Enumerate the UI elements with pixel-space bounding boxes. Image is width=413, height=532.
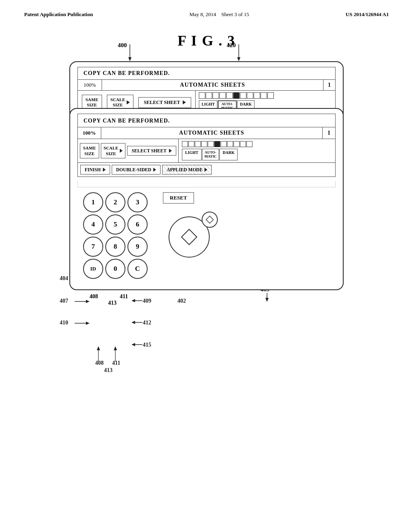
d9 bbox=[234, 141, 240, 147]
density-dots bbox=[199, 92, 274, 99]
keypad-and-start: 1 2 3 4 5 6 7 8 9 ID 0 C RESET bbox=[77, 192, 336, 280]
header-left: Patent Application Publication bbox=[24, 11, 93, 18]
panel-main: COPY CAN BE PERFORMED. 100% AUTOMATIC SH… bbox=[69, 108, 344, 290]
label-400: 400 bbox=[118, 42, 127, 49]
display-section-main: COPY CAN BE PERFORMED. 100% AUTOMATIC SH… bbox=[77, 114, 336, 177]
density-box-3 bbox=[213, 92, 219, 99]
same-size-btn[interactable]: SAMESIZE bbox=[80, 143, 99, 159]
start-small-btn[interactable] bbox=[202, 212, 218, 228]
display-message-row: COPY CAN BE PERFORMED. bbox=[78, 67, 335, 80]
display-message: COPY CAN BE PERFORMED. bbox=[78, 67, 335, 79]
key-btn-id[interactable]: ID bbox=[83, 259, 103, 279]
d6-active bbox=[214, 141, 220, 147]
key-btn-2[interactable]: 2 bbox=[105, 192, 125, 212]
select-arrow bbox=[169, 149, 172, 153]
svg-marker-32 bbox=[131, 343, 135, 346]
scale-arrow-icon bbox=[127, 100, 130, 104]
density-box-6 bbox=[233, 92, 240, 99]
label-411-text: 411 bbox=[112, 360, 120, 366]
svg-marker-30 bbox=[131, 321, 135, 324]
density-box-5 bbox=[226, 92, 233, 99]
label-420: 420 bbox=[227, 42, 236, 49]
label-407-text: 407 bbox=[60, 298, 68, 304]
svg-marker-1 bbox=[128, 57, 131, 61]
controls-row: SAMESIZE SCALESIZE SELECT SHEET bbox=[78, 139, 335, 163]
density-box-10 bbox=[261, 92, 267, 99]
display-percent: 100% bbox=[78, 80, 102, 90]
bottom-label-408: 408 bbox=[90, 293, 98, 300]
d4 bbox=[201, 141, 207, 147]
reset-btn[interactable]: RESET bbox=[163, 192, 194, 204]
double-sided-arrow-icon bbox=[153, 168, 156, 172]
key-btn-4[interactable]: 4 bbox=[83, 214, 103, 235]
message-row: COPY CAN BE PERFORMED. bbox=[78, 114, 335, 127]
label-408-text: 408 bbox=[95, 360, 104, 366]
scale-size-btn[interactable]: SCALESIZE bbox=[101, 143, 126, 159]
d3 bbox=[195, 141, 201, 147]
bottom-row: FINISH DOUBLE-SIDED APPLIED MODE bbox=[78, 163, 335, 177]
page-header: Patent Application Publication May 8, 20… bbox=[0, 0, 413, 18]
d11 bbox=[246, 141, 252, 147]
key-btn-6[interactable]: 6 bbox=[127, 214, 148, 235]
density-box-9 bbox=[254, 92, 260, 99]
select-sheet-btn[interactable]: SELECT SHEET bbox=[127, 146, 176, 156]
d5 bbox=[208, 141, 214, 147]
key-btn-7[interactable]: 7 bbox=[83, 237, 103, 257]
density-box-8 bbox=[247, 92, 253, 99]
double-sided-btn[interactable]: DOUBLE-SIDED bbox=[112, 165, 161, 175]
header-right: US 2014/126944 A1 bbox=[346, 11, 389, 18]
key-btn-5[interactable]: 5 bbox=[105, 214, 125, 235]
reset-section: RESET bbox=[163, 192, 194, 204]
d10 bbox=[240, 141, 246, 147]
key-btn-c[interactable]: C bbox=[127, 259, 148, 279]
svg-marker-3 bbox=[237, 57, 240, 61]
key-btn-9[interactable]: 9 bbox=[127, 237, 148, 257]
light-btn[interactable]: LIGHT bbox=[182, 149, 202, 160]
automatic-btn[interactable]: AUTO-MATIC bbox=[202, 149, 219, 160]
svg-marker-40 bbox=[114, 346, 117, 350]
bottom-label-411: 411 bbox=[120, 293, 128, 300]
density-area: LIGHT AUTO-MATIC DARK bbox=[179, 139, 335, 162]
d8 bbox=[227, 141, 233, 147]
key-btn-3[interactable]: 3 bbox=[127, 192, 148, 212]
density-bars bbox=[182, 141, 252, 147]
mode-cell: AUTOMATIC SHEETS bbox=[101, 127, 323, 139]
scale-arrow bbox=[120, 149, 123, 153]
svg-marker-42 bbox=[206, 216, 213, 223]
d7 bbox=[221, 141, 227, 147]
select-sheet-arrow-icon bbox=[183, 100, 186, 104]
key-btn-1[interactable]: 1 bbox=[83, 192, 103, 212]
copies-cell: 1 bbox=[322, 127, 335, 139]
density-box-11 bbox=[267, 92, 274, 99]
d2 bbox=[188, 141, 194, 147]
status-row: 100% AUTOMATIC SHEETS 1 bbox=[78, 127, 335, 139]
label-410-text: 410 bbox=[60, 320, 68, 326]
density-box-7 bbox=[240, 92, 246, 99]
display-status-row: 100% AUTOMATIC SHEETS 1 bbox=[78, 80, 335, 91]
start-reset-section: RESET bbox=[163, 192, 219, 262]
key-btn-8[interactable]: 8 bbox=[105, 237, 125, 257]
svg-marker-38 bbox=[97, 346, 100, 350]
applied-mode-btn[interactable]: APPLIED MODE bbox=[162, 165, 212, 175]
label-413-text: 413 bbox=[104, 367, 113, 373]
label-412-text: 412 bbox=[143, 320, 151, 326]
svg-marker-41 bbox=[181, 229, 197, 245]
density-box-4 bbox=[219, 92, 226, 99]
copy-message: COPY CAN BE PERFORMED. bbox=[83, 118, 170, 124]
key-btn-0[interactable]: 0 bbox=[105, 259, 125, 279]
numeric-keypad: 1 2 3 4 5 6 7 8 9 ID 0 C bbox=[83, 192, 148, 280]
label-415-text: 415 bbox=[143, 342, 151, 348]
bottom-keypad-labels: 408 411 413 bbox=[69, 293, 344, 306]
label-404-text: 404 bbox=[60, 275, 68, 281]
density-btn-group: LIGHT AUTO-MATIC DARK bbox=[182, 149, 238, 160]
d1 bbox=[182, 141, 188, 147]
finish-btn[interactable]: FINISH bbox=[80, 165, 110, 175]
applied-mode-arrow-icon bbox=[204, 168, 207, 172]
percent-cell: 100% bbox=[78, 127, 101, 139]
select-sheet-button[interactable]: SELECT SHEET bbox=[138, 97, 191, 108]
dark-btn[interactable]: DARK bbox=[219, 149, 238, 160]
figure-title: F I G . 3 bbox=[0, 32, 413, 49]
density-box-2 bbox=[206, 92, 212, 99]
finish-arrow-icon bbox=[103, 168, 106, 172]
start-small-icon bbox=[205, 215, 214, 224]
